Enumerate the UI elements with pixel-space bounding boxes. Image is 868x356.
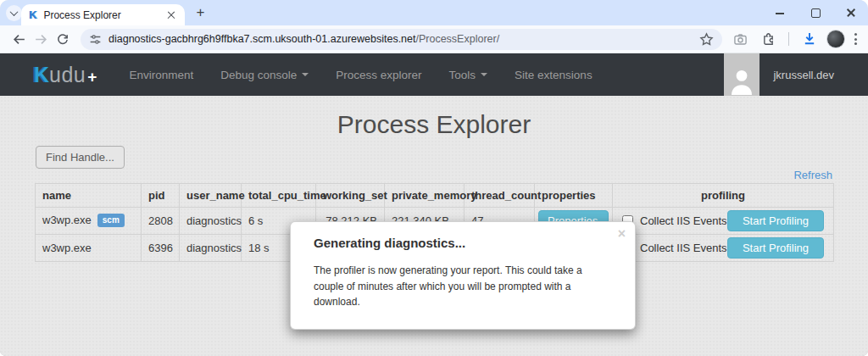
- forward-button[interactable]: [30, 28, 52, 50]
- col-header-user-name: user_name: [180, 184, 242, 208]
- person-icon: [729, 65, 754, 96]
- url-path: /ProcessExplorer/: [415, 33, 499, 45]
- kudu-nav-items: Environment Debug console Process explor…: [115, 69, 605, 81]
- window-close-icon[interactable]: [844, 6, 858, 19]
- screenshot-button[interactable]: [729, 28, 751, 50]
- tab-close-icon[interactable]: [165, 9, 177, 21]
- browser-window: K Process Explorer + diagnostics-gacbhrg…: [0, 0, 868, 356]
- kudu-brand[interactable]: Kudu+: [34, 63, 97, 87]
- tab-search-button[interactable]: [6, 5, 22, 21]
- col-header-properties: properties: [535, 184, 613, 208]
- window-minimize-icon[interactable]: [773, 6, 787, 19]
- address-bar[interactable]: diagnostics-gacbhrg6h9ffbka7.scm.uksouth…: [81, 29, 722, 50]
- caret-down-icon: [481, 73, 487, 76]
- browser-tab[interactable]: K Process Explorer: [21, 4, 185, 25]
- cell-pid: 2808: [142, 208, 180, 235]
- cell-user-name: diagnostics: [180, 235, 242, 262]
- nav-item-site-extensions[interactable]: Site extensions: [501, 69, 606, 81]
- browser-toolbar: diagnostics-gacbhrg6h9ffbka7.scm.uksouth…: [0, 25, 868, 53]
- cell-name: w3wp.exe: [36, 235, 142, 262]
- brand-text: udu: [49, 63, 86, 87]
- find-handle-button[interactable]: Find Handle...: [36, 146, 125, 169]
- extensions-button[interactable]: [757, 28, 779, 50]
- col-header-private-memory: private_memory: [385, 184, 465, 208]
- nav-item-tools[interactable]: Tools: [436, 69, 502, 81]
- col-header-working-set: working_set: [316, 184, 385, 208]
- cell-name: w3wp.exescm: [36, 208, 142, 235]
- modal-body-text: The profiler is now generating your repo…: [314, 263, 612, 310]
- download-icon: [802, 31, 817, 47]
- window-maximize-icon[interactable]: [809, 6, 822, 19]
- site-info-tune-icon[interactable]: [89, 33, 102, 46]
- toolbar-right-icons: [729, 28, 860, 50]
- kudu-nav-right: jkrussell.dev: [724, 53, 868, 96]
- caret-down-icon: [302, 73, 309, 76]
- refresh-link[interactable]: Refresh: [793, 169, 832, 181]
- modal-title: Generating diagnostics...: [314, 236, 612, 250]
- cell-profiling: Collect IIS Events Start Profiling: [613, 208, 834, 235]
- browser-profile-avatar[interactable]: [826, 30, 845, 48]
- url-domain: diagnostics-gacbhrg6h9ffbka7.scm.uksouth…: [108, 33, 415, 45]
- start-profiling-button[interactable]: Start Profiling: [727, 237, 824, 259]
- toolbar-divider: [788, 32, 789, 46]
- nav-item-process-explorer[interactable]: Process explorer: [322, 69, 435, 81]
- col-header-total-cpu-time: total_cpu_time: [242, 184, 316, 208]
- tab-strip: K Process Explorer +: [0, 0, 868, 25]
- back-button[interactable]: [8, 28, 30, 50]
- forward-arrow-icon: [34, 32, 48, 47]
- chevron-down-icon: [10, 8, 19, 16]
- col-header-thread-count: thread_count: [465, 184, 535, 208]
- col-header-pid: pid: [142, 184, 180, 208]
- reload-button[interactable]: [52, 28, 74, 50]
- bookmark-star-icon[interactable]: [699, 32, 714, 47]
- reload-icon: [56, 32, 70, 46]
- camera-icon: [733, 32, 748, 47]
- table-header-row: name pid user_name total_cpu_time workin…: [36, 184, 834, 208]
- kudu-logo-icon: K: [34, 63, 49, 87]
- cell-pid: 6396: [142, 235, 180, 262]
- downloads-button[interactable]: [798, 28, 821, 50]
- username-text[interactable]: jkrussell.dev: [773, 69, 834, 81]
- user-avatar[interactable]: [724, 53, 760, 96]
- brand-plus: +: [87, 68, 97, 86]
- browser-menu-button[interactable]: [851, 30, 860, 48]
- cell-profiling: Collect IIS Events Start Profiling: [613, 235, 834, 262]
- window-controls: [773, 0, 861, 25]
- back-arrow-icon: [12, 32, 26, 47]
- tab-title: Process Explorer: [43, 9, 165, 21]
- collect-iis-events-label[interactable]: Collect IIS Events: [640, 214, 727, 227]
- url-text: diagnostics-gacbhrg6h9ffbka7.scm.uksouth…: [108, 33, 699, 45]
- start-profiling-button[interactable]: Start Profiling: [727, 210, 824, 231]
- nav-item-debug-console[interactable]: Debug console: [207, 69, 322, 81]
- new-tab-button[interactable]: +: [193, 6, 208, 20]
- table-actions: Refresh: [36, 169, 832, 181]
- modal-close-icon[interactable]: ×: [618, 226, 626, 242]
- nav-item-environment[interactable]: Environment: [115, 69, 207, 81]
- col-header-name: name: [36, 184, 142, 208]
- puzzle-icon: [761, 32, 776, 47]
- generating-diagnostics-modal: × Generating diagnostics... The profiler…: [290, 221, 636, 330]
- collect-iis-events-label[interactable]: Collect IIS Events: [640, 242, 727, 254]
- cell-user-name: diagnostics: [180, 208, 242, 235]
- kudu-navbar: Kudu+ Environment Debug console Process …: [0, 53, 868, 96]
- col-header-profiling: profiling: [613, 184, 834, 208]
- scm-badge: scm: [97, 214, 125, 227]
- kudu-favicon-icon: K: [29, 8, 36, 21]
- page-title: Process Explorer: [0, 96, 868, 139]
